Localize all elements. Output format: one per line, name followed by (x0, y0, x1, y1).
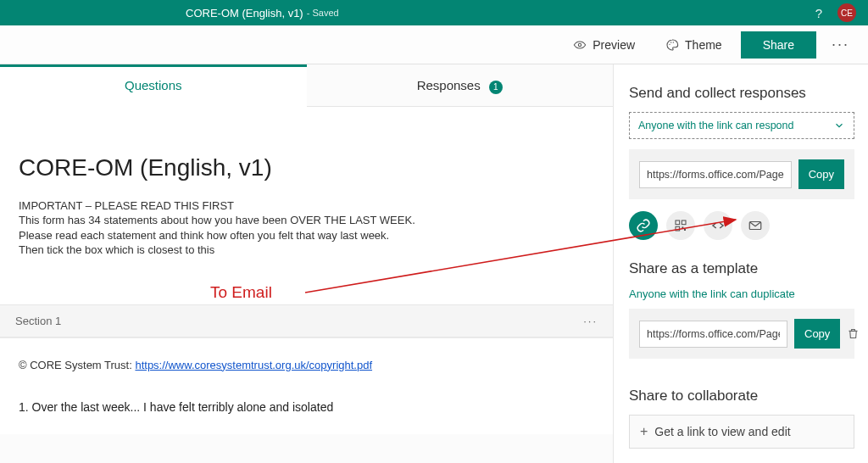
svg-rect-4 (676, 220, 680, 225)
share-qr-icon[interactable] (666, 211, 695, 240)
form-header-card[interactable]: CORE-OM (English, v1) IMPORTANT – PLEASE… (0, 107, 613, 338)
eye-icon (573, 38, 587, 52)
question-1[interactable]: 1. Over the last week... I have felt ter… (0, 371, 613, 434)
share-methods (629, 211, 854, 240)
svg-point-1 (669, 43, 670, 44)
more-options-button[interactable]: ··· (823, 32, 858, 57)
svg-point-2 (670, 42, 671, 42)
preview-button[interactable]: Preview (561, 32, 647, 58)
audience-selector[interactable]: Anyone with the link can respond (629, 112, 854, 139)
share-link-block: Copy (629, 149, 854, 199)
theme-button[interactable]: Theme (654, 32, 734, 58)
share-url-input[interactable] (639, 161, 792, 188)
collab-heading: Share to collaborate (629, 388, 854, 404)
template-heading: Share as a template (629, 260, 854, 277)
svg-point-3 (673, 42, 674, 42)
tab-strip: Questions Responses 1 (0, 64, 613, 107)
template-url-input[interactable] (639, 321, 787, 348)
section-more-button[interactable]: ··· (583, 315, 598, 327)
form-editor-pane: Questions Responses 1 CORE-OM (English, … (0, 64, 614, 463)
template-link-block: Copy (629, 309, 854, 359)
send-heading: Send and collect responses (629, 85, 854, 102)
help-icon[interactable]: ? (809, 6, 829, 20)
copy-link-button[interactable]: Copy (798, 159, 844, 189)
save-status: - Saved (307, 8, 339, 18)
document-title: CORE-OM (English, v1) (186, 7, 303, 20)
tab-responses[interactable]: Responses 1 (307, 64, 614, 107)
share-embed-icon[interactable] (704, 211, 732, 240)
tab-questions[interactable]: Questions (0, 64, 307, 107)
copyright-block: © CORE System Trust: https://www.coresys… (0, 338, 613, 371)
copy-template-button[interactable]: Copy (794, 319, 840, 349)
svg-rect-7 (682, 226, 683, 228)
theme-label: Theme (685, 38, 722, 52)
chevron-down-icon (833, 120, 845, 131)
user-avatar[interactable]: CE (837, 3, 856, 22)
share-button[interactable]: Share (741, 31, 816, 59)
plus-icon: + (640, 424, 648, 439)
command-bar: Preview Theme Share ··· (0, 25, 868, 64)
copyright-link[interactable]: https://www.coresystemtrust.org.uk/copyr… (135, 359, 372, 371)
share-email-icon[interactable] (741, 211, 770, 240)
tab-responses-label: Responses (417, 78, 481, 92)
share-link-icon[interactable] (629, 211, 658, 240)
svg-point-0 (579, 43, 581, 46)
form-title: CORE-OM (English, v1) (19, 154, 594, 181)
svg-rect-5 (682, 220, 686, 225)
title-bar: CORE-OM (English, v1) - Saved ? CE (0, 0, 868, 25)
form-description: IMPORTANT – PLEASE READ THIS FIRST This … (19, 198, 594, 258)
section-label: Section 1 (15, 315, 61, 327)
share-panel: Send and collect responses Anyone with t… (614, 64, 868, 463)
responses-count-badge: 1 (489, 81, 503, 94)
palette-icon (665, 38, 679, 52)
get-collab-link-button[interactable]: + Get a link to view and edit (629, 415, 854, 449)
svg-rect-8 (684, 229, 686, 231)
template-who: Anyone with the link can duplicate (629, 287, 854, 300)
preview-label: Preview (593, 38, 635, 52)
svg-rect-6 (676, 226, 680, 231)
delete-template-link-icon[interactable] (847, 327, 860, 340)
